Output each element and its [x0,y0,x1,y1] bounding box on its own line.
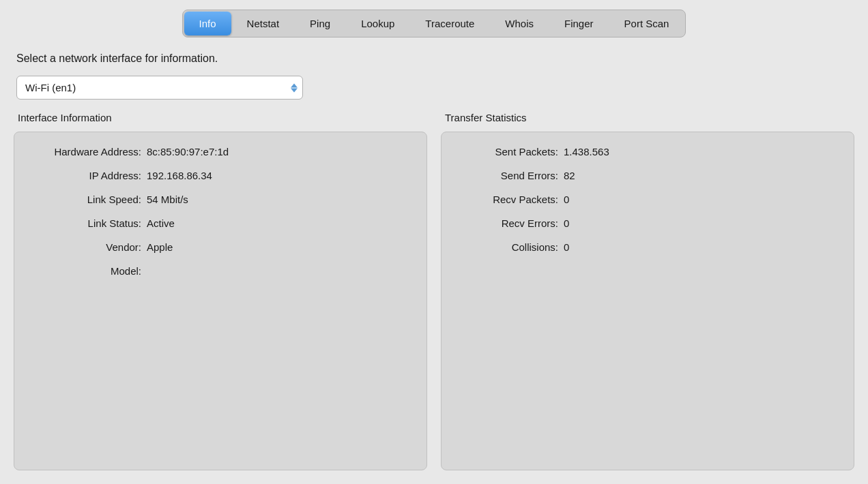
tab-traceroute[interactable]: Traceroute [410,12,489,35]
tab-port-scan[interactable]: Port Scan [609,12,684,35]
tab-bar-inner: Info Netstat Ping Lookup Traceroute Whoi… [182,10,686,37]
ip-address-label: IP Address: [31,170,147,181]
link-speed-label: Link Speed: [31,194,147,205]
sent-packets-label: Sent Packets: [458,146,564,157]
dropdown-container: Wi-Fi (en1) Ethernet (en0) Loopback (lo0… [16,76,854,100]
hardware-address-value: 8c:85:90:97:e7:1d [147,146,229,157]
tab-whois[interactable]: Whois [490,12,549,35]
interface-info-title: Interface Information [18,112,427,123]
interface-info-panel: Interface Information Hardware Address: … [14,112,427,470]
hardware-address-row: Hardware Address: 8c:85:90:97:e7:1d [31,146,410,157]
send-errors-label: Send Errors: [458,170,564,181]
collisions-row: Collisions: 0 [458,241,837,253]
recv-packets-label: Recv Packets: [458,194,564,205]
link-status-value: Active [147,217,175,229]
tab-lookup[interactable]: Lookup [346,12,409,35]
transfer-stats-box: Sent Packets: 1.438.563 Send Errors: 82 … [441,132,854,470]
transfer-stats-title: Transfer Statistics [445,112,854,123]
collisions-value: 0 [564,241,569,253]
transfer-stats-panel: Transfer Statistics Sent Packets: 1.438.… [441,112,854,470]
vendor-row: Vendor: Apple [31,241,410,253]
link-status-label: Link Status: [31,217,147,229]
content-area: Interface Information Hardware Address: … [14,112,854,470]
sent-packets-row: Sent Packets: 1.438.563 [458,146,837,157]
tab-netstat[interactable]: Netstat [232,12,295,35]
tab-info[interactable]: Info [184,12,231,35]
tab-bar: Info Netstat Ping Lookup Traceroute Whoi… [14,10,854,37]
recv-errors-row: Recv Errors: 0 [458,217,837,229]
link-speed-row: Link Speed: 54 Mbit/s [31,194,410,205]
interface-info-box: Hardware Address: 8c:85:90:97:e7:1d IP A… [14,132,427,470]
tab-ping[interactable]: Ping [295,12,345,35]
ip-address-row: IP Address: 192.168.86.34 [31,170,410,181]
send-errors-row: Send Errors: 82 [458,170,837,181]
link-speed-value: 54 Mbit/s [147,194,188,205]
interface-select[interactable]: Wi-Fi (en1) Ethernet (en0) Loopback (lo0… [16,76,303,100]
recv-packets-value: 0 [564,194,569,205]
vendor-value: Apple [147,241,173,253]
dropdown-wrapper: Wi-Fi (en1) Ethernet (en0) Loopback (lo0… [16,76,303,100]
sent-packets-value: 1.438.563 [564,146,609,157]
send-errors-value: 82 [564,170,575,181]
tab-finger[interactable]: Finger [549,12,609,35]
recv-packets-row: Recv Packets: 0 [458,194,837,205]
ip-address-value: 192.168.86.34 [147,170,212,181]
recv-errors-value: 0 [564,217,569,229]
model-label: Model: [31,265,147,277]
hardware-address-label: Hardware Address: [31,146,147,157]
model-row: Model: [31,265,410,277]
app-container: Info Netstat Ping Lookup Traceroute Whoi… [0,0,868,484]
subtitle: Select a network interface for informati… [16,52,854,65]
collisions-label: Collisions: [458,241,564,253]
link-status-row: Link Status: Active [31,217,410,229]
recv-errors-label: Recv Errors: [458,217,564,229]
vendor-label: Vendor: [31,241,147,253]
